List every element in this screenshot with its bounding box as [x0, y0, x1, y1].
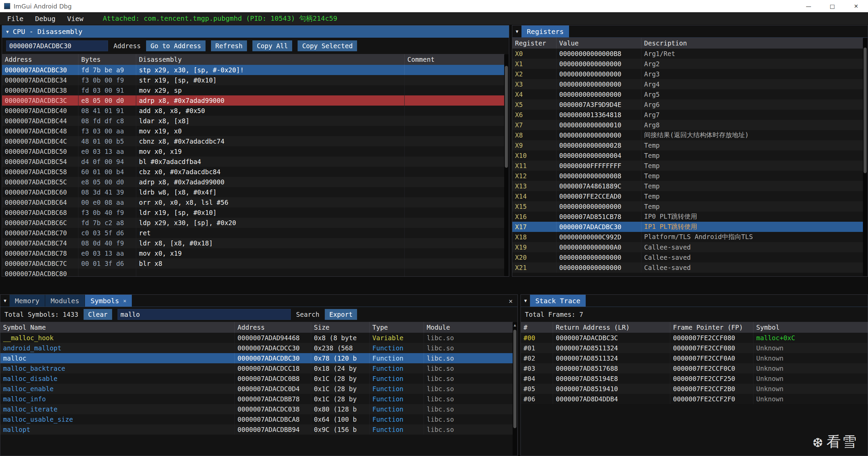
col-symbol-address[interactable]: Address — [235, 322, 311, 333]
col-symbol[interactable]: Symbol — [754, 322, 868, 333]
register-row[interactable]: X70000000000000010Arg8 — [512, 120, 863, 130]
close-button[interactable]: ✕ — [844, 0, 868, 12]
collapse-arrow-icon[interactable]: ▼ — [6, 29, 9, 34]
tab-symbols[interactable]: Symbols ✕ — [85, 295, 131, 307]
col-return-address[interactable]: Return Address (LR) — [553, 322, 670, 333]
symbol-row[interactable]: malloc_usable_size0000007ADACDBCA80x64 (… — [0, 414, 513, 424]
col-frame-index[interactable]: # — [521, 322, 553, 333]
disasm-row[interactable]: 0000007ADACDBC78e0 03 13 aamov x0, x19 — [2, 248, 504, 258]
registers-scrollbar[interactable] — [863, 38, 867, 276]
symbol-search-input[interactable] — [118, 309, 291, 320]
goto-address-button[interactable]: Go to Address — [146, 40, 206, 51]
menu-view[interactable]: View — [61, 15, 89, 23]
disasm-row[interactable]: 0000007ADACDBC5860 01 00 b4cbz x0, #0x7a… — [2, 167, 504, 177]
register-row[interactable]: X40000000000000000Arg5 — [512, 89, 863, 99]
symbols-scrollbar[interactable]: ▲ — [513, 322, 517, 455]
minimize-button[interactable]: — — [797, 0, 820, 12]
disasm-row[interactable]: 0000007ADACDBC70c0 03 5f d6ret — [2, 228, 504, 238]
disasm-row[interactable]: 0000007ADACDBC4C48 01 00 b5cbnz x8, #0x7… — [2, 136, 504, 146]
disasm-row[interactable]: 0000007ADACDBC6Cfd 7b c2 a8ldp x29, x30,… — [2, 218, 504, 228]
register-row[interactable]: X210000000000000000Callee-saved — [512, 262, 863, 273]
register-row[interactable]: X50000007A3F9D9D4EArg6 — [512, 99, 863, 110]
stack-frame-row[interactable]: #020000007AD85113240000007FE2CCF0A0Unkno… — [521, 353, 868, 363]
tab-stack-trace[interactable]: Stack Trace — [530, 295, 586, 307]
disasm-row[interactable]: 0000007ADACDBC4008 41 01 91add x8, x8, #… — [2, 106, 504, 116]
col-register[interactable]: Register — [512, 38, 556, 49]
cpu-window-titlebar[interactable]: ▼ CPU - Disassembly — [2, 25, 509, 38]
register-row[interactable]: X120000000000000008Temp — [512, 171, 863, 181]
symbol-row[interactable]: malloc_iterate0000007ADACDC0380x80 (128 … — [0, 404, 513, 414]
disasm-row[interactable]: 0000007ADACDBC54d4 0f 00 94bl #0x7adacdf… — [2, 157, 504, 167]
disasm-row[interactable]: 0000007ADACDBC5Ce8 05 00 d0adrp x8, #0x7… — [2, 177, 504, 187]
disassembly-scrollbar[interactable] — [504, 54, 509, 276]
col-address[interactable]: Address — [2, 54, 78, 65]
menu-file[interactable]: File — [1, 15, 29, 23]
disasm-row[interactable]: 0000007ADACDBC6008 3d 41 39ldrb w8, [x8,… — [2, 187, 504, 197]
clear-button[interactable]: Clear — [84, 309, 112, 320]
stack-frame-row[interactable]: #060000007AD8D4DDB40000007FE2CCF2F0Unkno… — [521, 394, 868, 404]
symbol-row[interactable]: malloc0000007ADACDBC300x78 (120 bFunctio… — [0, 353, 513, 363]
col-description[interactable]: Description — [641, 38, 863, 49]
collapse-arrow-icon[interactable]: ▼ — [516, 29, 518, 34]
col-frame-pointer[interactable]: Frame Pointer (FP) — [670, 322, 754, 333]
register-row[interactable]: X170000007ADACDBC30IP1 PLT跳转使用 — [512, 222, 863, 232]
disasm-row[interactable]: 0000007ADACDBC6400 e0 08 aaorr x0, x0, x… — [2, 197, 504, 207]
symbol-row[interactable]: malloc_enable0000007ADACDC0D40x1C (28 by… — [0, 384, 513, 394]
col-size[interactable]: Size — [311, 322, 370, 333]
stack-frame-row[interactable]: #010000007AD85113240000007FE2CCF080Unkno… — [521, 343, 868, 353]
register-row[interactable]: X10000000000000000Arg2 — [512, 59, 863, 69]
disasm-row[interactable]: 0000007ADACDBC48f3 03 00 aamov x19, x0 — [2, 126, 504, 136]
symbol-row[interactable]: mallopt0000007ADACDBB940x9C (156 bFuncti… — [0, 424, 513, 435]
register-row[interactable]: X150000000000000000Temp — [512, 201, 863, 212]
address-input[interactable] — [6, 40, 108, 51]
col-comment[interactable]: Comment — [405, 54, 504, 65]
scrollbar-thumb[interactable] — [864, 48, 867, 173]
scrollbar-thumb[interactable] — [513, 330, 516, 428]
register-row[interactable]: X1100000000FFFFFFFFTemp — [512, 161, 863, 171]
register-row[interactable]: X000000000000000B8Arg1/Ret — [512, 49, 863, 59]
stack-frame-row[interactable]: #030000007AD85176880000007FE2CCF0C0Unkno… — [521, 363, 868, 373]
register-row[interactable]: X130000007A4861889CTemp — [512, 181, 863, 191]
disasm-row[interactable]: 0000007ADACDBC50e0 03 13 aamov x0, x19 — [2, 146, 504, 157]
disasm-row[interactable]: 0000007ADACDBC80 — [2, 269, 504, 276]
disasm-row[interactable]: 0000007ADACDBC7C00 01 3f d6blr x8 — [2, 258, 504, 269]
register-row[interactable]: X80000000000000000间接结果(返回大结构体时存放地址) — [512, 130, 863, 140]
collapse-arrow-icon[interactable]: ▼ — [4, 298, 6, 303]
register-row[interactable]: X30000000000000000Arg4 — [512, 79, 863, 89]
tab-registers[interactable]: Registers — [521, 25, 569, 37]
copy-all-button[interactable]: Copy All — [252, 40, 293, 51]
col-symbol-name[interactable]: Symbol Name — [0, 322, 235, 333]
register-row[interactable]: X140000007FE2CCEAD0Temp — [512, 191, 863, 201]
col-type[interactable]: Type — [370, 322, 424, 333]
disasm-row[interactable]: 0000007ADACDBC4408 fd df c8ldar x8, [x8] — [2, 116, 504, 126]
menu-debug[interactable]: Debug — [29, 15, 61, 23]
refresh-button[interactable]: Refresh — [211, 40, 247, 51]
register-row[interactable]: X20000000000000000Arg3 — [512, 69, 863, 79]
scrollbar-thumb[interactable] — [505, 66, 508, 168]
disasm-row[interactable]: 0000007ADACDBC3Ce8 05 00 d0adrp x8, #0x7… — [2, 95, 504, 106]
register-row[interactable]: X90000000000000028Temp — [512, 140, 863, 150]
symbol-row[interactable]: malloc_backtrace0000007ADACDCC180x18 (24… — [0, 363, 513, 373]
stack-frame-row[interactable]: #040000007AD85194E80000007FE2CCF250Unkno… — [521, 373, 868, 384]
window-close-icon[interactable]: ✕ — [509, 297, 513, 305]
register-row[interactable]: X60000000013364818Arg7 — [512, 110, 863, 120]
stack-frame-row[interactable]: #050000007AD85194100000007FE2CCF2B0Unkno… — [521, 384, 868, 394]
collapse-arrow-icon[interactable]: ▼ — [524, 298, 527, 303]
export-button[interactable]: Export — [325, 309, 357, 320]
register-row[interactable]: X160000007AD851CB78IP0 PLT跳转使用 — [512, 212, 863, 222]
col-disassembly[interactable]: Disassembly — [136, 54, 405, 65]
tab-modules[interactable]: Modules — [45, 295, 85, 307]
symbol-row[interactable]: __malloc_hook0000007ADAD944680x8 (8 byte… — [0, 333, 513, 343]
copy-selected-button[interactable]: Copy Selected — [298, 40, 357, 51]
symbol-row[interactable]: malloc_disable0000007ADACDC0B80x1C (28 b… — [0, 373, 513, 384]
maximize-button[interactable]: □ — [820, 0, 844, 12]
register-row[interactable]: X1900000000000000A0Callee-saved — [512, 242, 863, 252]
scroll-up-icon[interactable]: ▲ — [513, 323, 517, 327]
disasm-row[interactable]: 0000007ADACDBC30fd 7b be a9stp x29, x30,… — [2, 65, 504, 75]
symbol-row[interactable]: android_mallopt0000007ADACDCC300x238 (56… — [0, 343, 513, 353]
col-value[interactable]: Value — [556, 38, 641, 49]
col-module[interactable]: Module — [424, 322, 513, 333]
tab-close-icon[interactable]: ✕ — [123, 298, 126, 304]
register-row[interactable]: X200000000000000000Callee-saved — [512, 252, 863, 262]
symbol-row[interactable]: malloc_info0000007ADACDBB780x1C (28 byFu… — [0, 394, 513, 404]
